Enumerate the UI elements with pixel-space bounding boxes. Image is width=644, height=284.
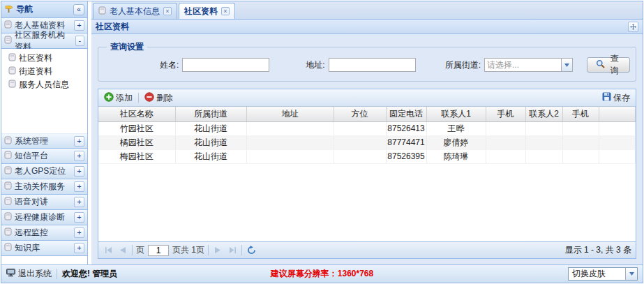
paging-separator — [241, 245, 242, 255]
panel-body: 查询设置 姓名: 地址: 所属街道: — [91, 34, 643, 264]
doc-icon — [8, 66, 16, 77]
column-header[interactable]: 联系人2 — [525, 107, 562, 121]
sidebar-header: 导航 « — [1, 1, 87, 18]
chevron-down-icon[interactable] — [625, 268, 637, 280]
welcome-label: 欢迎您! 管理员 — [62, 268, 117, 280]
sidebar: 导航 « 老人基础资料 + 社区服务机构资料 - 社区资料 — [1, 1, 88, 264]
street-select-value[interactable] — [484, 58, 561, 72]
add-button[interactable]: 添加 — [102, 91, 135, 105]
search-icon — [596, 59, 605, 70]
sidebar-collapse-button[interactable]: « — [73, 4, 84, 15]
logout-button[interactable]: 退出系统 — [6, 268, 52, 280]
save-button[interactable]: 保存 — [600, 91, 632, 105]
first-page-icon[interactable] — [103, 245, 114, 256]
column-header[interactable]: 社区名称 — [98, 107, 175, 121]
sidebar-bottom-pad — [1, 256, 87, 264]
doc-icon — [4, 36, 12, 46]
grid-toolbar: 添加 删除 保存 — [98, 89, 636, 107]
sidebar-group-remote-health[interactable]: 远程健康诊断 + — [1, 210, 87, 225]
delete-button[interactable]: 删除 — [142, 91, 175, 105]
sidebar-group-voice-intercom[interactable]: 语音对讲 + — [1, 195, 87, 210]
sidebar-tree: 社区资料 街道资料 服务人员信息 — [1, 49, 87, 94]
expand-icon[interactable]: + — [74, 20, 84, 31]
last-page-icon[interactable] — [227, 245, 238, 256]
doc-icon — [4, 166, 12, 177]
table-row[interactable]: 梅园社区花山街道 87526395陈琦琳 — [98, 149, 636, 163]
paging-separator — [208, 245, 209, 255]
address-input[interactable] — [329, 58, 416, 72]
query-settings-fieldset: 查询设置 姓名: 地址: 所属街道: — [98, 41, 636, 82]
expand-icon[interactable]: + — [74, 243, 84, 253]
monitor-icon — [6, 269, 15, 279]
doc-icon — [4, 151, 12, 161]
page-number-input[interactable] — [148, 245, 169, 256]
table-row[interactable]: 橘园社区花山街道 87774471廖倩婷 — [98, 135, 636, 149]
app-window: 导航 « 老人基础资料 + 社区服务机构资料 - 社区资料 — [1, 1, 643, 283]
doc-icon — [8, 53, 16, 63]
doc-icon — [8, 80, 16, 90]
refresh-icon[interactable] — [246, 245, 257, 256]
sidebar-group-system-mgmt[interactable]: 系统管理 + — [1, 133, 87, 149]
chevron-down-icon[interactable] — [561, 58, 573, 72]
table-row[interactable]: 竹园社区花山街道 87526413王晔 — [98, 121, 636, 135]
page-total-label: 页共 1页 — [172, 244, 204, 256]
delete-icon — [144, 92, 154, 104]
doc-icon — [4, 136, 12, 147]
tab-community-info[interactable]: 社区资料 × — [179, 3, 235, 19]
expand-icon[interactable]: + — [74, 212, 84, 223]
page-label: 页 — [136, 244, 144, 256]
column-header[interactable]: 手机 — [486, 107, 525, 121]
record-count-label: 显示 1 - 3, 共 3 条 — [565, 244, 631, 256]
grid-empty-area — [98, 164, 636, 242]
sidebar-item-community-info[interactable]: 社区资料 — [7, 52, 87, 65]
query-settings-legend: 查询设置 — [107, 41, 147, 53]
sidebar-group-remote-monitor[interactable]: 远程监控 + — [1, 225, 87, 241]
doc-icon — [4, 20, 12, 31]
column-header-filler — [599, 107, 636, 121]
panel-header: 社区资料 — [91, 20, 643, 34]
doc-icon — [4, 243, 12, 253]
sidebar-spacer — [1, 94, 87, 133]
column-header[interactable]: 联系人1 — [426, 107, 486, 121]
sidebar-item-street-info[interactable]: 街道资料 — [7, 65, 87, 78]
sidebar-group-care-service[interactable]: 主动关怀服务 + — [1, 179, 87, 195]
skin-switcher-select[interactable]: 切换皮肤 — [568, 267, 638, 281]
doc-icon — [98, 6, 106, 17]
name-label: 姓名: — [160, 59, 179, 71]
doc-icon — [4, 212, 12, 223]
collapse-icon[interactable]: - — [75, 36, 84, 46]
panel-tool-icon[interactable] — [628, 22, 638, 32]
sidebar-group-community-service[interactable]: 社区服务机构资料 - — [1, 33, 87, 49]
prev-page-icon[interactable] — [117, 245, 128, 256]
expand-icon[interactable]: + — [74, 197, 84, 207]
column-header[interactable]: 地址 — [246, 107, 334, 121]
sidebar-group-gps[interactable]: 老人GPS定位 + — [1, 164, 87, 179]
expand-icon[interactable]: + — [74, 136, 84, 147]
sidebar-group-sms-platform[interactable]: 短信平台 + — [1, 149, 87, 164]
statusbar-separator — [57, 269, 57, 279]
table-header-row: 社区名称 所属街道 地址 方位 固定电话 联系人1 手机 联系人2 手机 — [98, 107, 636, 121]
close-icon[interactable]: × — [221, 7, 230, 15]
street-select[interactable] — [484, 58, 573, 72]
expand-icon[interactable]: + — [74, 181, 84, 192]
community-grid: 添加 删除 保存 — [98, 89, 636, 259]
expand-icon[interactable]: + — [74, 227, 84, 238]
community-table: 社区名称 所属街道 地址 方位 固定电话 联系人1 手机 联系人2 手机 — [98, 107, 636, 164]
expand-icon[interactable]: + — [74, 151, 84, 161]
tab-bar: 老人基本信息 × 社区资料 × — [91, 1, 643, 20]
tab-elder-basic-info[interactable]: 老人基本信息 × — [93, 3, 177, 19]
sidebar-group-knowledge-base[interactable]: 知识库 + — [1, 241, 87, 256]
next-page-icon[interactable] — [212, 245, 223, 256]
column-header[interactable]: 固定电话 — [386, 107, 426, 121]
toolbar-separator — [138, 93, 139, 103]
column-header[interactable]: 所属街道 — [175, 107, 246, 121]
main-panel: 老人基本信息 × 社区资料 × 社区资料 查询设置 — [91, 1, 643, 264]
column-header[interactable]: 手机 — [562, 107, 599, 121]
address-label: 地址: — [306, 59, 324, 71]
sidebar-item-service-staff[interactable]: 服务人员信息 — [7, 78, 87, 91]
expand-icon[interactable]: + — [74, 166, 84, 177]
column-header[interactable]: 方位 — [334, 107, 386, 121]
name-input[interactable] — [182, 58, 269, 72]
search-button[interactable]: 查询 — [587, 57, 630, 73]
close-icon[interactable]: × — [163, 7, 172, 15]
